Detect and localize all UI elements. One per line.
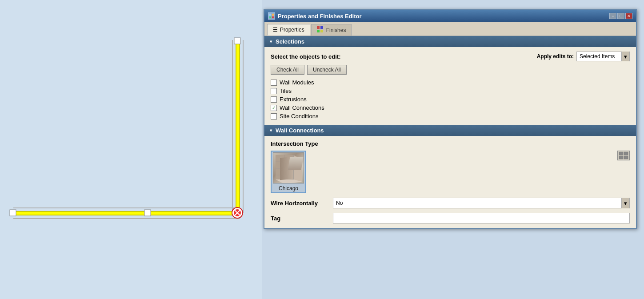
uncheck-all-button[interactable]: Uncheck All <box>307 65 347 75</box>
tag-row: Tag <box>271 213 630 223</box>
svg-rect-31 <box>619 152 623 155</box>
wall-connections-header-label: Wall Connections <box>276 127 324 134</box>
apply-edits-value: Selected Items <box>577 53 621 60</box>
svg-rect-8 <box>10 210 16 216</box>
wire-horizontally-value: No <box>333 200 621 206</box>
apply-edits-select[interactable]: Selected Items ▾ <box>576 52 630 61</box>
wall-connections-content: Intersection Type <box>264 136 636 228</box>
tab-finishes[interactable]: Finishes <box>311 24 352 36</box>
chicago-thumbnail-image <box>273 152 304 183</box>
wall-drawing <box>0 0 262 299</box>
finishes-tab-icon <box>317 26 324 34</box>
checkbox-site-conditions[interactable]: Site Conditions <box>271 113 630 120</box>
minimize-button[interactable]: − <box>609 13 616 19</box>
svg-rect-17 <box>269 16 271 18</box>
check-all-button[interactable]: Check All <box>271 65 304 75</box>
selections-section-header[interactable]: ▾ Selections <box>264 36 636 47</box>
close-button[interactable]: ✕ <box>625 13 632 19</box>
checkbox-site-conditions-box[interactable] <box>271 113 277 120</box>
wire-horizontally-dropdown-arrow[interactable]: ▾ <box>621 198 629 208</box>
check-buttons-row: Check All Uncheck All <box>271 65 630 75</box>
window-controls: − □ ✕ <box>609 13 632 19</box>
tab-properties-label: Properties <box>280 27 304 33</box>
svg-rect-18 <box>272 16 274 18</box>
svg-rect-15 <box>269 14 271 16</box>
checkbox-site-conditions-label: Site Conditions <box>280 113 318 120</box>
checkbox-list: Wall Modules Tiles Extrusions ✓ Wall Con… <box>271 78 630 120</box>
select-objects-label: Select the objects to edit: <box>271 53 340 60</box>
wire-horizontally-label: Wire Horizontally <box>271 200 328 207</box>
selections-content: Select the objects to edit: Apply edits … <box>264 47 636 125</box>
tag-label: Tag <box>271 215 328 222</box>
properties-panel: Properties and Finishes Editor − □ ✕ ☰ P… <box>264 9 637 229</box>
checkbox-tiles[interactable]: Tiles <box>271 88 630 94</box>
wall-connections-chevron-icon: ▾ <box>270 128 272 133</box>
apply-edits-dropdown-arrow[interactable]: ▾ <box>621 52 629 61</box>
app-icon <box>268 12 275 20</box>
properties-tab-icon: ☰ <box>273 27 278 33</box>
checkbox-tiles-box[interactable] <box>271 88 277 94</box>
svg-rect-21 <box>317 30 320 32</box>
checkbox-wall-connections[interactable]: ✓ Wall Connections <box>271 104 630 111</box>
title-bar-left: Properties and Finishes Editor <box>268 12 362 20</box>
svg-rect-32 <box>624 152 628 155</box>
intersection-thumbnail[interactable]: Chicago <box>271 151 306 193</box>
checkbox-wall-modules[interactable]: Wall Modules <box>271 79 630 86</box>
canvas-area <box>0 0 262 299</box>
checkbox-wall-connections-box[interactable]: ✓ <box>271 105 277 111</box>
intersection-type-label: Intersection Type <box>271 140 630 147</box>
checkbox-wall-connections-label: Wall Connections <box>280 104 324 111</box>
wall-connections-section-header[interactable]: ▾ Wall Connections <box>264 125 636 136</box>
checkbox-wall-modules-box[interactable] <box>271 80 277 86</box>
svg-rect-10 <box>234 38 240 44</box>
tabs-row: ☰ Properties Finishes <box>264 22 636 36</box>
tab-properties[interactable]: ☰ Properties <box>267 24 310 36</box>
svg-marker-24 <box>293 155 302 182</box>
selections-top-row: Select the objects to edit: Apply edits … <box>271 52 630 61</box>
panel-title: Properties and Finishes Editor <box>278 13 362 20</box>
checkbox-extrusions-box[interactable] <box>271 96 277 103</box>
svg-rect-20 <box>320 26 323 29</box>
checkbox-extrusions-label: Extrusions <box>280 96 307 103</box>
svg-rect-19 <box>317 26 320 29</box>
chicago-label: Chicago <box>279 185 298 191</box>
apply-edits-label: Apply edits to: <box>537 53 574 60</box>
checkbox-tiles-label: Tiles <box>280 88 292 94</box>
wire-horizontally-select[interactable]: No ▾ <box>333 198 630 208</box>
apply-edits-group: Apply edits to: Selected Items ▾ <box>537 52 630 61</box>
svg-rect-33 <box>619 156 623 159</box>
checkbox-wall-modules-label: Wall Modules <box>280 79 314 86</box>
grid-view-icon[interactable] <box>617 151 630 160</box>
svg-rect-9 <box>144 210 151 216</box>
svg-rect-22 <box>320 30 323 32</box>
tag-input[interactable] <box>333 213 630 223</box>
tab-finishes-label: Finishes <box>326 27 346 33</box>
svg-rect-16 <box>272 14 274 16</box>
svg-rect-23 <box>276 155 293 179</box>
intersection-row: Chicago <box>271 151 630 193</box>
restore-button[interactable]: □ <box>617 13 624 19</box>
checkbox-extrusions[interactable]: Extrusions <box>271 96 630 103</box>
title-bar: Properties and Finishes Editor − □ ✕ <box>264 10 636 22</box>
selections-header-label: Selections <box>276 38 304 45</box>
wire-horizontally-row: Wire Horizontally No ▾ <box>271 198 630 208</box>
selections-chevron-icon: ▾ <box>270 39 272 44</box>
svg-rect-34 <box>624 156 628 159</box>
